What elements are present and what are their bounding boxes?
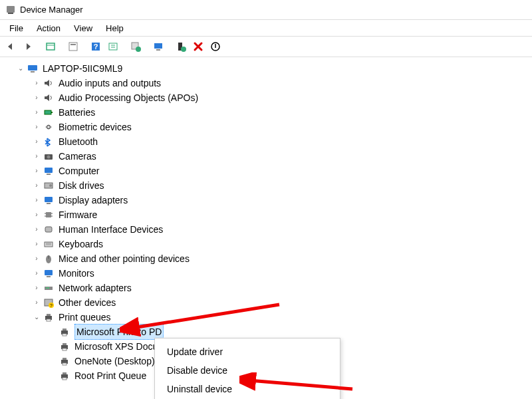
- keyboard-icon: [43, 238, 55, 250]
- category-display-adapters[interactable]: ›Display adapters: [0, 193, 532, 207]
- menu-help[interactable]: Help: [99, 21, 130, 35]
- expander-icon[interactable]: ›: [32, 225, 41, 234]
- svg-rect-0: [7, 6, 15, 13]
- printer-icon: [59, 340, 70, 352]
- category-human-interface-devices[interactable]: ›Human Interface Devices: [0, 222, 532, 237]
- svg-rect-54: [63, 329, 66, 331]
- category-label: Human Interface Devices: [59, 222, 163, 237]
- menu-file[interactable]: File: [3, 21, 30, 35]
- category-cameras[interactable]: ›Cameras: [0, 149, 532, 164]
- svg-point-24: [47, 156, 51, 159]
- category-network-adapters[interactable]: ›Network adapters: [0, 281, 532, 295]
- warn-icon: ?: [43, 297, 55, 309]
- category-monitors[interactable]: ›Monitors: [0, 266, 532, 281]
- svg-rect-60: [63, 358, 66, 360]
- expander-icon[interactable]: ›: [32, 210, 41, 219]
- expander-icon[interactable]: ›: [32, 122, 41, 132]
- toolbar-scan[interactable]: [105, 39, 121, 55]
- speaker-icon: [43, 92, 55, 104]
- toolbar-update-driver[interactable]: [128, 39, 144, 55]
- expander-icon[interactable]: ›: [32, 239, 41, 249]
- expander-icon[interactable]: ⌄: [32, 313, 41, 322]
- expander-icon[interactable]: ›: [32, 78, 41, 88]
- toolbar-monitor[interactable]: [150, 39, 166, 55]
- expander-icon[interactable]: ›: [32, 254, 41, 263]
- monitor-icon: [43, 194, 55, 206]
- toolbar-show-hidden[interactable]: [43, 39, 59, 55]
- svg-rect-52: [47, 319, 51, 321]
- svg-rect-36: [45, 227, 52, 232]
- svg-rect-61: [63, 363, 66, 365]
- category-label: Bluetooth: [59, 134, 98, 149]
- category-audio-inputs-and-outputs[interactable]: ›Audio inputs and outputs: [0, 76, 532, 90]
- category-keyboards[interactable]: ›Keyboards: [0, 237, 532, 251]
- svg-rect-58: [63, 348, 66, 350]
- svg-rect-43: [47, 276, 51, 277]
- svg-rect-8: [109, 43, 117, 50]
- toolbar-help[interactable]: ?: [88, 39, 104, 55]
- expander-icon[interactable]: ›: [32, 196, 41, 205]
- svg-rect-18: [28, 65, 37, 70]
- category-bluetooth[interactable]: ›Bluetooth: [0, 134, 532, 149]
- ctx-disable-device[interactable]: Disable device: [155, 361, 340, 380]
- svg-rect-13: [154, 43, 162, 49]
- monitor-icon: [43, 267, 55, 279]
- device-microsoft-print-to-pd[interactable]: Microsoft Print to PD: [0, 325, 532, 339]
- category-firmware[interactable]: ›Firmware: [0, 207, 532, 222]
- ctx-uninstall-device[interactable]: Uninstall device: [155, 380, 340, 398]
- device-label: OneNote (Desktop): [74, 354, 155, 368]
- expander-icon[interactable]: ›: [32, 181, 41, 190]
- expander-icon[interactable]: ⌄: [16, 64, 25, 73]
- category-label: Other devices: [59, 295, 116, 310]
- category-label: Print queues: [59, 310, 111, 325]
- toolbar-disable[interactable]: [207, 39, 223, 55]
- tree-root[interactable]: ⌄ LAPTOP-5IIC9ML9: [0, 61, 532, 76]
- svg-rect-21: [51, 112, 53, 113]
- menu-action[interactable]: Action: [30, 21, 67, 35]
- category-label: Audio Processing Objects (APOs): [59, 90, 198, 105]
- category-print-queues[interactable]: ⌄Print queues: [0, 310, 532, 325]
- toolbar: ?: [0, 36, 532, 57]
- svg-rect-5: [70, 44, 76, 45]
- expander-icon[interactable]: ›: [32, 93, 41, 102]
- mouse-icon: [43, 253, 55, 265]
- category-computer[interactable]: ›Computer: [0, 164, 532, 178]
- category-label: Keyboards: [59, 237, 103, 251]
- menu-view[interactable]: View: [67, 21, 99, 35]
- category-label: Disk drives: [59, 178, 104, 193]
- svg-point-12: [136, 47, 141, 52]
- toolbar-forward[interactable]: [20, 39, 36, 55]
- expander-icon[interactable]: ›: [32, 152, 41, 161]
- category-disk-drives[interactable]: ›Disk drives: [0, 178, 532, 193]
- svg-rect-42: [45, 270, 53, 275]
- svg-rect-2: [47, 43, 55, 50]
- toolbar-add-legacy[interactable]: [173, 39, 189, 55]
- category-label: Audio inputs and outputs: [59, 76, 161, 90]
- svg-rect-64: [63, 378, 66, 380]
- net-icon: [43, 282, 55, 294]
- printer-icon: [59, 326, 70, 338]
- root-label: LAPTOP-5IIC9ML9: [43, 61, 122, 76]
- disk-icon: [43, 180, 55, 192]
- svg-rect-20: [45, 110, 51, 114]
- hid-icon: [43, 223, 55, 235]
- toolbar-back[interactable]: [3, 39, 19, 55]
- expander-icon[interactable]: ›: [32, 298, 41, 307]
- category-label: Monitors: [59, 266, 94, 281]
- category-biometric-devices[interactable]: ›Biometric devices: [0, 120, 532, 134]
- printer-icon: [59, 355, 70, 367]
- category-audio-processing-objects-apos-[interactable]: ›Audio Processing Objects (APOs): [0, 90, 532, 105]
- expander-icon[interactable]: ›: [32, 137, 41, 146]
- toolbar-properties[interactable]: [65, 39, 81, 55]
- printer-icon: [43, 311, 55, 323]
- category-label: Mice and other pointing devices: [59, 251, 190, 266]
- category-batteries[interactable]: ›Batteries: [0, 105, 532, 120]
- ctx-update-driver[interactable]: Update driver: [155, 342, 340, 361]
- expander-icon[interactable]: ›: [32, 108, 41, 117]
- category-other-devices[interactable]: ›?Other devices: [0, 295, 532, 310]
- category-mice-and-other-pointing-devices[interactable]: ›Mice and other pointing devices: [0, 251, 532, 266]
- expander-icon[interactable]: ›: [32, 269, 41, 278]
- expander-icon[interactable]: ›: [32, 283, 41, 293]
- toolbar-uninstall[interactable]: [190, 39, 206, 55]
- expander-icon[interactable]: ›: [32, 166, 41, 176]
